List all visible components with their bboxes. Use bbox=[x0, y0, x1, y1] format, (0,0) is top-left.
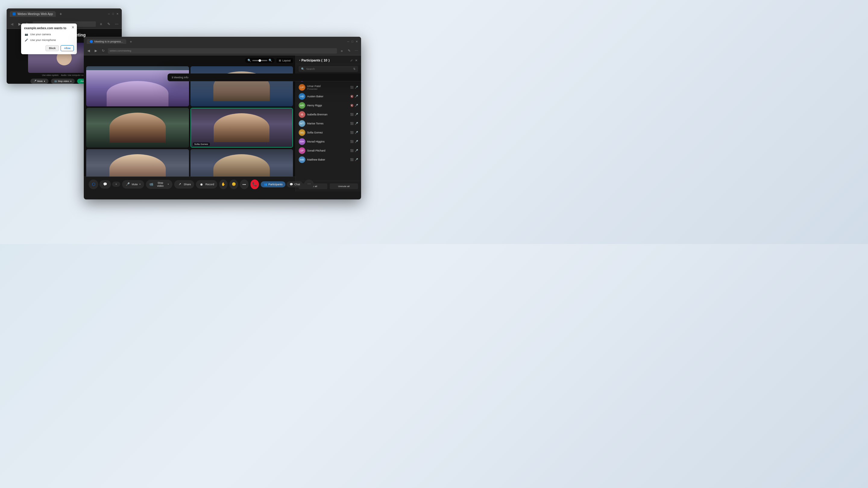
video-icon: ⬛ bbox=[350, 86, 353, 89]
back-btn[interactable]: ◀ bbox=[9, 22, 14, 27]
reload-btn[interactable]: ↻ bbox=[101, 48, 105, 53]
zoom-controls: 🔍 🔍 bbox=[245, 58, 275, 63]
name-umar: Umar Patel bbox=[307, 85, 348, 88]
name-henry: Henry Riggs bbox=[307, 104, 348, 107]
search-input[interactable] bbox=[306, 67, 351, 70]
popup-actions: Block Allow bbox=[24, 45, 74, 51]
participant-item-umar[interactable]: UP Umar Patel Presenter ⬛ 🎤 bbox=[296, 83, 361, 92]
video-icon: 📹 bbox=[54, 80, 57, 83]
name-sonali: Sonali Pitchard bbox=[307, 149, 348, 152]
mic-label: Use your microphone bbox=[30, 38, 56, 41]
back-btn[interactable]: ◀ bbox=[86, 48, 91, 53]
more-dots-icon: ⋯ bbox=[307, 182, 311, 186]
participants-button[interactable]: 👥 Participants bbox=[261, 181, 285, 187]
video-icon: ⬛ bbox=[350, 149, 353, 152]
nav-menu-icon[interactable]: ≡ bbox=[339, 48, 344, 53]
info-marise: Marise Torres bbox=[307, 122, 348, 125]
mic-icon: 🎤 bbox=[125, 182, 130, 187]
more-reactions-button[interactable]: ▼ bbox=[112, 182, 120, 187]
video-toolbar: 🔍 🔍 ⊞ Layout bbox=[245, 58, 293, 63]
record-button[interactable]: ⏺ Record bbox=[196, 180, 217, 189]
edit-icon[interactable]: ✎ bbox=[347, 48, 351, 53]
participant-item-austen[interactable]: AB Austen Baker 🔇 🎤 bbox=[296, 92, 361, 101]
sort-icon[interactable]: ⇅ bbox=[353, 67, 355, 70]
hand-icon: ✋ bbox=[221, 182, 225, 186]
mute-button[interactable]: 🎤 Mute ▼ bbox=[122, 180, 144, 189]
participant-item-matthew[interactable]: MB Matthew Baker ⬛ 🎤 bbox=[296, 155, 361, 164]
front-browser-tab[interactable]: Meeting is in progress... bbox=[87, 39, 126, 44]
info-circle-icon: ℹ bbox=[172, 76, 173, 79]
zoom-slider[interactable] bbox=[252, 60, 267, 61]
unmute-all-button[interactable]: Unmute all bbox=[330, 184, 358, 189]
minimize-btn[interactable]: ─ bbox=[108, 12, 110, 15]
more-toolbar-button[interactable]: ⋯ bbox=[304, 180, 314, 189]
maximize-btn[interactable]: □ bbox=[113, 12, 114, 15]
address-bar[interactable]: webex.com/meeting bbox=[108, 48, 337, 54]
video-chevron-icon: ▼ bbox=[167, 183, 169, 185]
name-austen: Austen Baker bbox=[307, 95, 348, 98]
new-tab-button[interactable]: + bbox=[130, 39, 132, 44]
participant-item-sofia[interactable]: SG Sofia Gomez ⬛ 🎤 bbox=[296, 128, 361, 137]
expand-icon[interactable]: ⤢ bbox=[350, 59, 352, 62]
new-tab-button[interactable]: + bbox=[59, 11, 62, 16]
participant-item-henry[interactable]: HR Henry Riggs 🔇 🎤 bbox=[296, 101, 361, 110]
panel-close-icon[interactable]: ✕ bbox=[355, 59, 358, 62]
more-icon: ••• bbox=[243, 183, 246, 186]
avatar-sonali: SP bbox=[299, 147, 305, 154]
zoom-in-icon[interactable]: 🔍 bbox=[269, 59, 272, 62]
toolbar-left: ⬡ 💬 ▼ bbox=[89, 180, 120, 189]
chat-button[interactable]: 💬 Chat bbox=[287, 181, 303, 187]
share-button[interactable]: ↗ Share bbox=[174, 180, 194, 189]
meeting-toolbar: ⬡ 💬 ▼ 🎤 Mute ▼ 📹 bbox=[84, 176, 296, 192]
mute-chevron-icon: ▼ bbox=[139, 183, 141, 185]
minimize-btn[interactable]: ─ bbox=[347, 40, 349, 43]
close-btn[interactable]: ✕ bbox=[116, 12, 119, 15]
popup-close-btn[interactable]: ✕ bbox=[71, 25, 74, 30]
meeting-info-bar: ℹ Meeting info 12:40 bbox=[167, 73, 361, 82]
maximize-btn[interactable]: □ bbox=[352, 40, 353, 43]
stop-video-button[interactable]: 📹 Stop video ▼ bbox=[51, 78, 75, 84]
participant-item-sonali[interactable]: SP Sonali Pitchard ⬛ 🎤 bbox=[296, 146, 361, 155]
role-umar: Presenter bbox=[307, 88, 348, 90]
webex-logo-button[interactable]: ⬡ bbox=[89, 180, 98, 189]
mute-chevron: ▼ bbox=[44, 80, 45, 82]
avatar-umar: UP bbox=[299, 84, 305, 91]
zoom-out-icon[interactable]: 🔍 bbox=[247, 59, 251, 62]
avatar-isabella: IB bbox=[299, 111, 305, 118]
avatar-murad: MH bbox=[299, 138, 305, 145]
icons-henry: 🔇 🎤 bbox=[350, 104, 358, 107]
forward-btn[interactable]: ▶ bbox=[93, 48, 98, 53]
back-browser-titlebar: Webex Meetings Web App + ─ □ ✕ bbox=[7, 8, 122, 19]
more-btn[interactable]: ⋯ bbox=[114, 22, 119, 27]
end-call-button[interactable]: 📞 bbox=[250, 180, 259, 189]
video-cell-1 bbox=[86, 66, 189, 106]
chat-icon: 💬 bbox=[290, 183, 293, 186]
edit-icon[interactable]: ✎ bbox=[106, 22, 112, 27]
toolbar-right: 👥 Participants 💬 Chat ⋯ bbox=[261, 180, 314, 189]
mute-button[interactable]: 🎤 Mute ▼ bbox=[30, 78, 49, 84]
more-options-button[interactable]: ••• bbox=[240, 180, 249, 189]
participant-item-isabella[interactable]: IB Isabella Brennan ⬛ 🎤 bbox=[296, 110, 361, 119]
participant-item-murad[interactable]: MH Murad Higgins ⬛ 🎤 bbox=[296, 137, 361, 146]
hand-raise-button[interactable]: ✋ bbox=[219, 180, 228, 189]
emoji-button[interactable]: 😊 bbox=[229, 180, 238, 189]
meeting-info-label[interactable]: Meeting info bbox=[174, 76, 188, 79]
participant-item-marise[interactable]: MT Marise Torres ⬛ 🎤 bbox=[296, 119, 361, 128]
layout-button[interactable]: ⊞ Layout bbox=[276, 58, 293, 63]
avatar-marise: MT bbox=[299, 120, 305, 127]
icons-sonali: ⬛ 🎤 bbox=[350, 149, 358, 152]
allow-button[interactable]: Allow bbox=[61, 45, 74, 51]
back-browser-tab[interactable]: Webex Meetings Web App bbox=[10, 11, 56, 17]
share-icon: ↗ bbox=[177, 182, 183, 187]
stop-video-button[interactable]: 📹 Stop video ▼ bbox=[146, 180, 173, 189]
search-icon: 🔍 bbox=[301, 67, 304, 70]
record-label: Record bbox=[206, 183, 214, 186]
reactions-button[interactable]: 💬 bbox=[99, 180, 111, 189]
nav-menu-icon[interactable]: ≡ bbox=[98, 22, 104, 27]
block-button[interactable]: Block bbox=[45, 45, 59, 51]
icons-matthew: ⬛ 🎤 bbox=[350, 158, 358, 161]
chevron-icon: › bbox=[299, 59, 300, 62]
video-icon: ⬛ bbox=[350, 140, 353, 143]
close-btn[interactable]: ✕ bbox=[355, 40, 358, 43]
more-btn[interactable]: ⋯ bbox=[354, 48, 359, 53]
